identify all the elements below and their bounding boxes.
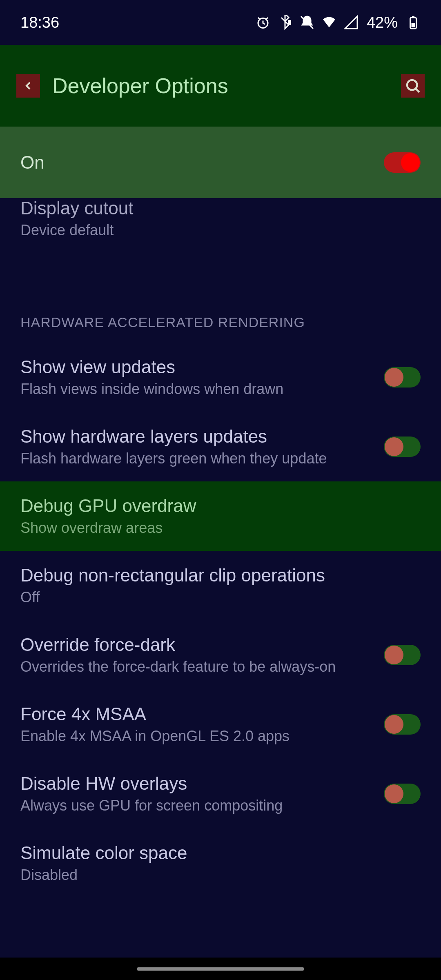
master-toggle-label: On <box>20 152 45 173</box>
wifi-icon <box>322 15 336 30</box>
setting-title: Debug GPU overdraw <box>20 496 421 516</box>
app-bar: Developer Options <box>0 45 441 127</box>
battery-icon <box>406 15 421 30</box>
setting-title: Show hardware layers updates <box>20 426 372 447</box>
setting-disable-hw-overlays[interactable]: Disable HW overlays Always use GPU for s… <box>0 759 441 829</box>
search-button[interactable] <box>401 74 425 98</box>
toggle-switch[interactable] <box>384 437 421 457</box>
toggle-switch[interactable] <box>384 367 421 388</box>
nav-bar <box>0 958 441 980</box>
setting-simulate-color-space[interactable]: Simulate color space Disabled <box>0 829 441 898</box>
setting-title: Display cutout <box>20 198 421 218</box>
setting-value: Device default <box>20 222 421 239</box>
signal-icon <box>344 15 359 30</box>
setting-override-force-dark[interactable]: Override force-dark Overrides the force-… <box>0 620 441 690</box>
setting-title: Force 4x MSAA <box>20 704 372 724</box>
status-time: 18:36 <box>20 14 59 31</box>
toggle-switch[interactable] <box>384 714 421 735</box>
setting-debug-clip-ops[interactable]: Debug non-rectangular clip operations Of… <box>0 551 441 620</box>
svg-point-5 <box>407 80 417 90</box>
svg-rect-3 <box>412 23 415 28</box>
status-bar: 18:36 42% <box>0 0 441 45</box>
setting-title: Simulate color space <box>20 843 421 863</box>
setting-desc: Flash hardware layers green when they up… <box>20 450 372 467</box>
chevron-left-icon <box>22 79 35 92</box>
setting-force-4x-msaa[interactable]: Force 4x MSAA Enable 4x MSAA in OpenGL E… <box>0 690 441 759</box>
master-toggle-row[interactable]: On <box>0 127 441 198</box>
setting-desc: Enable 4x MSAA in OpenGL ES 2.0 apps <box>20 728 372 745</box>
setting-title: Disable HW overlays <box>20 773 372 794</box>
section-header: HARDWARE ACCELERATED RENDERING <box>0 251 441 343</box>
setting-desc: Overrides the force-dark feature to be a… <box>20 658 372 675</box>
setting-desc: Off <box>20 589 421 606</box>
setting-display-cutout[interactable]: Display cutout Device default <box>0 198 441 251</box>
setting-show-hw-layers[interactable]: Show hardware layers updates Flash hardw… <box>0 412 441 481</box>
back-button[interactable] <box>16 74 40 98</box>
setting-show-view-updates[interactable]: Show view updates Flash views inside win… <box>0 343 441 412</box>
svg-rect-1 <box>288 20 291 25</box>
page-title: Developer Options <box>52 74 389 98</box>
setting-desc: Always use GPU for screen compositing <box>20 797 372 814</box>
toggle-switch[interactable] <box>384 645 421 665</box>
setting-title: Show view updates <box>20 357 372 377</box>
toggle-switch[interactable] <box>384 784 421 804</box>
nav-handle[interactable] <box>137 967 304 971</box>
svg-rect-4 <box>412 16 414 18</box>
setting-desc: Show overdraw areas <box>20 519 421 537</box>
bluetooth-icon <box>278 15 292 30</box>
setting-debug-gpu-overdraw[interactable]: Debug GPU overdraw Show overdraw areas <box>0 481 441 551</box>
setting-title: Override force-dark <box>20 635 372 655</box>
alarm-icon <box>256 15 270 30</box>
status-right: 42% <box>256 14 421 31</box>
master-toggle-switch[interactable] <box>384 152 421 173</box>
setting-desc: Flash views inside windows when drawn <box>20 381 372 398</box>
setting-title: Debug non-rectangular clip operations <box>20 565 421 586</box>
setting-desc: Disabled <box>20 866 421 884</box>
notifications-off-icon <box>300 15 314 30</box>
battery-percent: 42% <box>367 14 398 31</box>
status-icons-group <box>256 15 359 30</box>
search-icon <box>404 77 421 94</box>
settings-list: Display cutout Device default HARDWARE A… <box>0 198 441 898</box>
